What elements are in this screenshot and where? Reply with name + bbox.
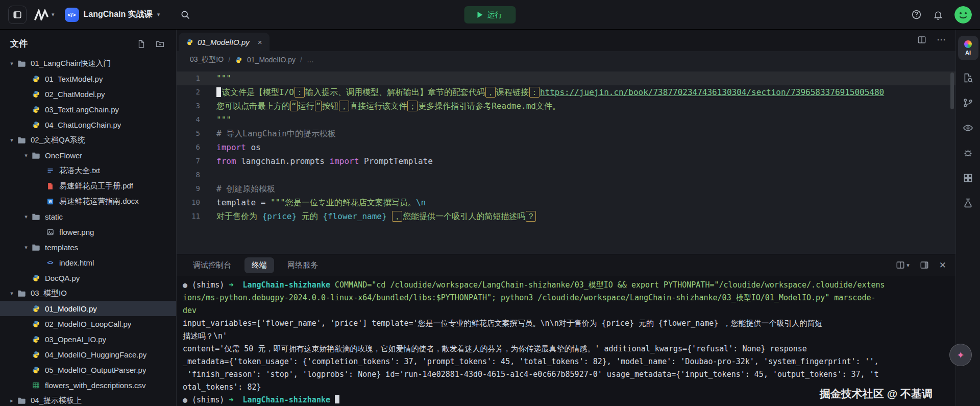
chevron-icon: ▾ xyxy=(7,290,16,297)
folder-icon xyxy=(16,397,27,404)
line-number: 8 xyxy=(177,168,200,182)
python-file-icon xyxy=(235,56,242,63)
line-number: 4 xyxy=(177,113,200,127)
file-search-button[interactable] xyxy=(961,70,975,85)
panel-layout-icon xyxy=(896,260,905,270)
extensions-button[interactable] xyxy=(961,171,975,185)
terminal-line: content='仅需 50 元，即可拥有这束娇艳欲滴的玫瑰，它如爱情的使者，散… xyxy=(183,343,955,355)
panel-tab[interactable]: 调试控制台 xyxy=(186,257,238,273)
file-label: 02_文档QA系统 xyxy=(31,135,85,145)
topbar: ▾ </> LangChain 实战课 ▾ 运行 xyxy=(0,0,980,30)
avatar[interactable] xyxy=(954,6,972,23)
help-button[interactable] xyxy=(911,9,922,20)
tree-folder[interactable]: ▾static xyxy=(0,209,176,224)
grid-icon xyxy=(963,173,973,183)
panel-tab[interactable]: 网络服务 xyxy=(280,257,325,273)
code-line: 10template = """您是一位专业的鲜花店文案撰写员。\n xyxy=(177,196,955,209)
source-control-button[interactable] xyxy=(961,95,975,110)
code-url-link[interactable]: https://juejin.cn/book/73877023474361303… xyxy=(540,87,884,97)
py-icon xyxy=(31,274,41,282)
debug-button[interactable] xyxy=(961,146,975,160)
test-button[interactable] xyxy=(961,196,975,210)
panel-header: 调试控制台终端网络服务 ▾ ✕ xyxy=(177,254,955,276)
code-line: 9# 创建原始模板 xyxy=(177,182,955,196)
line-number: 3 xyxy=(177,99,200,113)
file-label: 03_OpenAI_IO.py xyxy=(45,335,106,344)
more-actions-button[interactable]: ⋯ xyxy=(937,37,946,42)
breadcrumb-symbol[interactable]: … xyxy=(307,56,314,64)
file-label: 02_ModelIO_LoopCall.py xyxy=(45,320,131,328)
app-logo[interactable]: ▾ xyxy=(33,9,56,20)
code-line: 11对于售价为 {price} 元的 {flower_name} ，您能提供一个… xyxy=(177,209,955,223)
py-icon xyxy=(31,351,41,359)
new-file-button[interactable] xyxy=(137,39,146,49)
py-icon xyxy=(31,90,41,98)
line-number: 11 xyxy=(177,209,200,223)
code-line: 6import os xyxy=(177,140,955,154)
floating-assistant-badge[interactable]: ✦ xyxy=(949,344,972,366)
tree-folder[interactable]: ▾03_模型IO xyxy=(0,285,176,301)
tree-file[interactable]: 花语大全.txt xyxy=(0,163,176,178)
tree-file[interactable]: 04_ModelIO_HuggingFace.py xyxy=(0,347,176,362)
git-branch-icon xyxy=(963,98,973,108)
ai-assistant-button[interactable]: AI xyxy=(958,36,978,60)
panel-position-button[interactable] xyxy=(920,260,929,270)
tree-file[interactable]: 02_ChatModel.py xyxy=(0,86,176,102)
tree-file[interactable]: flowers_with_descriptions.csv xyxy=(0,377,176,393)
tree-folder[interactable]: ▸04_提示模板上 xyxy=(0,393,176,406)
tree-file[interactable]: 05_ModelIO_OutputParser.py xyxy=(0,362,176,377)
preview-button[interactable] xyxy=(961,121,975,135)
line-number: 6 xyxy=(177,140,200,154)
tree-file[interactable]: 04_ChatLongChain.py xyxy=(0,117,176,132)
breadcrumb: 03_模型IO / 01_ModelIO.py / … xyxy=(177,51,955,68)
file-label: OneFlower xyxy=(45,151,82,160)
notifications-button[interactable] xyxy=(933,10,943,20)
terminal-line: _metadata={'token_usage': {'completion_t… xyxy=(183,355,955,368)
tree-file[interactable]: DocQA.py xyxy=(0,270,176,285)
tree-file[interactable]: 01_TextModel.py xyxy=(0,71,176,86)
breadcrumb-file[interactable]: 01_ModelIO.py xyxy=(247,56,296,64)
avatar-smiley-icon xyxy=(954,6,972,23)
code-line: 8 xyxy=(177,168,955,182)
search-button[interactable] xyxy=(180,10,190,20)
breadcrumb-folder[interactable]: 03_模型IO xyxy=(190,55,224,64)
flask-icon xyxy=(963,198,973,208)
line-number: 1 xyxy=(177,71,200,85)
tree-folder[interactable]: ▾02_文档QA系统 xyxy=(0,132,176,148)
docx-icon: W xyxy=(45,198,55,205)
panel-close-button[interactable]: ✕ xyxy=(939,260,946,271)
file-label: flowers_with_descriptions.csv xyxy=(45,381,146,390)
ai-label: AI xyxy=(965,50,971,56)
file-tree: ▾01_LangChain快速入门01_TextModel.py02_ChatM… xyxy=(0,54,176,406)
tree-folder[interactable]: ▾templates xyxy=(0,240,176,255)
new-folder-button[interactable] xyxy=(155,39,165,49)
tab-close-icon[interactable]: × xyxy=(258,38,262,46)
panel-tab[interactable]: 终端 xyxy=(244,257,274,273)
eye-icon xyxy=(963,123,973,133)
code-line: 2该文件是【模型I/O：输入提示、调用模型、解析输出】章节的配套代码，课程链接：… xyxy=(177,85,955,99)
tree-file[interactable]: 03_OpenAI_IO.py xyxy=(0,331,176,347)
tree-folder[interactable]: ▾01_LangChain快速入门 xyxy=(0,56,176,71)
code-line: 3您可以点击最上方的“运行”按钮，直接运行该文件；更多操作指引请参考Readme… xyxy=(177,99,955,113)
watermark: 掘金技术社区 @ 不基调 xyxy=(820,387,933,401)
tree-file[interactable]: 03_TextLangChain.py xyxy=(0,102,176,117)
terminal-line: ● (shims) ➜ LangChain-shizhanke COMMAND=… xyxy=(183,279,955,292)
split-editor-button[interactable] xyxy=(917,35,926,44)
run-button[interactable]: 运行 xyxy=(464,6,516,23)
tree-file[interactable]: W易速鲜花运营指南.docx xyxy=(0,194,176,209)
editor-scrollbar[interactable] xyxy=(950,73,954,109)
tree-file[interactable]: flower.png xyxy=(0,224,176,240)
tree-file[interactable]: 01_ModelIO.py xyxy=(0,301,176,316)
editor-tab[interactable]: 01_ModelIO.py × xyxy=(179,33,270,51)
tree-folder[interactable]: ▾OneFlower xyxy=(0,148,176,163)
tree-file[interactable]: 易速鲜花员工手册.pdf xyxy=(0,178,176,194)
chevron-down-icon: ▾ xyxy=(906,262,910,269)
panel-layout-button[interactable]: ▾ xyxy=(896,260,910,270)
sidebar-toggle-button[interactable] xyxy=(8,6,27,24)
workspace-switcher[interactable]: </> LangChain 实战课 ▾ xyxy=(65,8,160,22)
search-icon xyxy=(180,10,190,20)
tab-strip: 01_ModelIO.py × ⋯ xyxy=(177,30,955,51)
code-editor[interactable]: 1"""2该文件是【模型I/O：输入提示、调用模型、解析输出】章节的配套代码，课… xyxy=(177,68,955,254)
tree-file[interactable]: <>index.html xyxy=(0,255,176,270)
tree-file[interactable]: 02_ModelIO_LoopCall.py xyxy=(0,316,176,331)
